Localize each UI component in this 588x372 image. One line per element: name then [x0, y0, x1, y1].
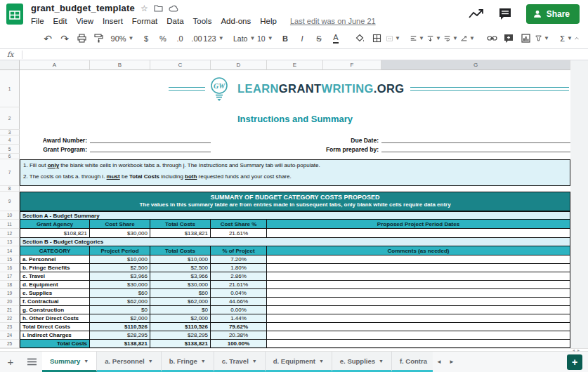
row-number[interactable]: 20 — [0, 298, 20, 306]
row-number[interactable]: 25 — [0, 340, 20, 348]
header-total-costs[interactable]: Total Costs — [150, 220, 211, 229]
text-color-button[interactable]: A — [329, 31, 343, 46]
pct-cell[interactable]: 1.44% — [211, 314, 267, 323]
form-prepared-by-label[interactable]: Form prepared by: — [211, 145, 381, 154]
project-period-cell[interactable]: $3,966 — [90, 272, 150, 281]
category-cell[interactable]: e. Supplies — [20, 289, 90, 298]
category-cell[interactable]: f. Contractual — [20, 298, 90, 306]
total-costs-cell[interactable]: $62,000 — [150, 298, 211, 306]
total-costs-cell[interactable]: $2,500 — [150, 264, 211, 272]
increase-decimal-button[interactable]: .00 — [190, 31, 204, 46]
vertical-align-button[interactable]: ▼ — [427, 31, 441, 46]
header-project-period[interactable]: Project Period — [90, 246, 150, 255]
project-period-dates-input[interactable] — [267, 229, 570, 238]
pct-cell[interactable]: 2.86% — [211, 272, 267, 281]
category-cell[interactable]: h. Other Direct Costs — [20, 314, 90, 323]
redo-button[interactable]: ↷ — [58, 31, 72, 46]
sheets-app-icon[interactable] — [6, 4, 24, 25]
header-total-costs-b[interactable]: Total Costs — [150, 246, 211, 255]
menu-help[interactable]: Help — [260, 17, 277, 25]
all-sheets-button[interactable] — [21, 352, 42, 372]
column-header-c[interactable]: C — [150, 60, 211, 70]
document-title[interactable]: grant_budget_template — [31, 3, 135, 13]
comments-cell[interactable] — [267, 298, 570, 306]
functions-button[interactable]: Σ▼ — [559, 31, 573, 46]
project-period-cell[interactable]: $110,526 — [90, 323, 150, 331]
row-number[interactable]: 11 — [0, 220, 20, 229]
category-cell[interactable]: b. Fringe Benefits — [20, 264, 90, 272]
row-number[interactable]: 22 — [0, 314, 20, 323]
section-a-title[interactable]: Section A - Budget Summary — [20, 211, 570, 220]
column-header-g[interactable]: G — [381, 60, 570, 70]
pct-cell[interactable]: 100.00% — [211, 340, 267, 348]
menu-view[interactable]: View — [76, 17, 93, 25]
tab-summary[interactable]: Summary▼ — [42, 352, 97, 372]
menu-tools[interactable]: Tools — [193, 17, 212, 25]
project-period-cell[interactable]: $60 — [90, 289, 150, 298]
menu-file[interactable]: File — [31, 17, 44, 25]
row-number[interactable]: 14 — [0, 246, 20, 255]
column-header-f[interactable]: F — [323, 60, 381, 70]
text-rotation-button[interactable]: ▼ — [461, 31, 475, 46]
zoom-select[interactable]: 90%▼ — [115, 31, 129, 46]
borders-button[interactable] — [370, 31, 384, 46]
sheet-subtitle-cell[interactable]: Instructions and Summary — [20, 107, 570, 130]
row-number[interactable]: 4 — [0, 135, 20, 145]
pct-cell[interactable]: 44.66% — [211, 298, 267, 306]
comments-cell[interactable] — [267, 272, 570, 281]
tab-f-contractual[interactable]: f. Contra — [392, 352, 433, 372]
pct-cell[interactable]: 21.61% — [211, 281, 267, 289]
cost-share-value[interactable]: $30,000 — [90, 229, 150, 238]
row-number[interactable]: 19 — [0, 289, 20, 298]
pct-cell[interactable]: 79.62% — [211, 323, 267, 331]
row-number[interactable]: 12 — [0, 229, 20, 238]
total-costs-value[interactable]: $138,821 — [150, 229, 211, 238]
header-comments[interactable]: Comments (as needed) — [267, 246, 570, 255]
grant-program-field[interactable] — [90, 145, 211, 154]
comments-cell[interactable] — [267, 255, 570, 264]
instructions-box[interactable]: 1. Fill out only the blank white cells i… — [20, 159, 570, 186]
empty-cell[interactable] — [20, 186, 570, 192]
section-b-title[interactable]: Section B - Budget Categories — [20, 238, 570, 246]
header-pct-of-project[interactable]: % of Project — [211, 246, 267, 255]
category-cell[interactable]: g. Construction — [20, 306, 90, 314]
row-number[interactable]: 17 — [0, 272, 20, 281]
due-date-field[interactable] — [381, 135, 570, 145]
menu-edit[interactable]: Edit — [53, 17, 67, 25]
comments-cell[interactable] — [267, 323, 570, 331]
comment-history-icon[interactable] — [498, 8, 512, 20]
horizontal-scrollbar[interactable]: ◂▸ — [0, 348, 588, 351]
row-number[interactable]: 9 — [0, 192, 20, 211]
row-number[interactable]: 1 — [0, 70, 20, 107]
comments-cell[interactable] — [267, 289, 570, 298]
sheet-activity-icon[interactable] — [469, 9, 484, 19]
row-number[interactable]: 10 — [0, 211, 20, 220]
menu-data[interactable]: Data — [166, 17, 183, 25]
paint-format-button[interactable] — [91, 31, 105, 46]
tab-e-supplies[interactable]: e. Supplies▼ — [332, 352, 392, 372]
project-period-cell[interactable]: $28,295 — [90, 331, 150, 340]
italic-button[interactable]: I — [295, 31, 309, 46]
tab-d-equipment[interactable]: d. Equipment▼ — [266, 352, 332, 372]
cost-share-pct-value[interactable]: 21.61% — [211, 229, 267, 238]
pct-cell[interactable]: 7.20% — [211, 255, 267, 264]
column-header-e[interactable]: E — [267, 60, 323, 70]
comments-cell[interactable] — [267, 331, 570, 340]
collapse-toolbar-button[interactable] — [575, 31, 588, 46]
row-number[interactable]: 6 — [0, 154, 20, 159]
pct-cell[interactable]: 0.04% — [211, 289, 267, 298]
font-family-select[interactable]: Lato▼ — [230, 31, 244, 46]
category-cell[interactable]: d. Equipment — [20, 281, 90, 289]
row-number[interactable]: 21 — [0, 306, 20, 314]
project-period-cell[interactable]: $10,000 — [90, 255, 150, 264]
pct-cell[interactable]: 1.80% — [211, 264, 267, 272]
header-cost-share-pct[interactable]: Cost Share % — [211, 220, 267, 229]
grant-agency-value[interactable]: $108,821 — [20, 229, 90, 238]
due-date-label[interactable]: Due Date: — [211, 135, 381, 145]
row-number[interactable]: 3 — [0, 130, 20, 135]
font-size-select[interactable]: 10▼ — [254, 31, 268, 46]
pct-cell[interactable]: 0.00% — [211, 306, 267, 314]
insert-link-button[interactable] — [485, 31, 499, 46]
total-costs-cell[interactable]: $60 — [150, 289, 211, 298]
tab-b-fringe[interactable]: b. Fringe▼ — [162, 352, 214, 372]
